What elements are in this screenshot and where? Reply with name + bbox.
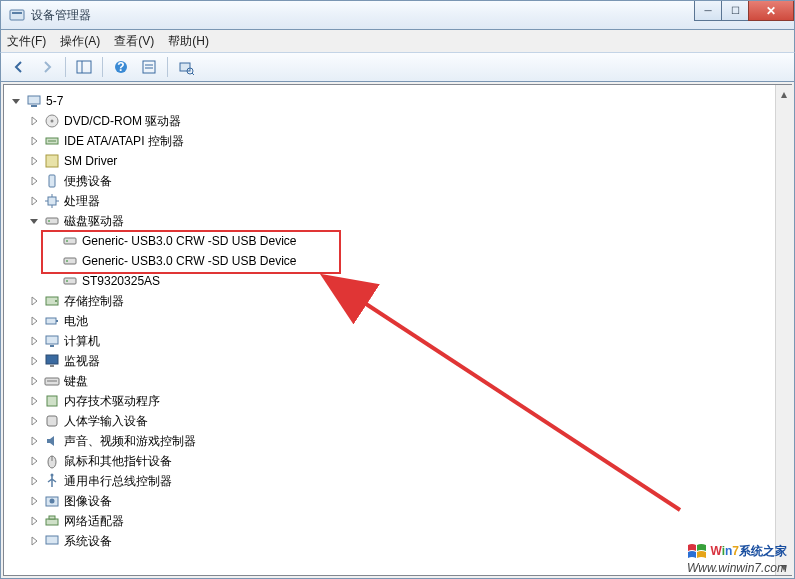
tree-node-label: 声音、视频和游戏控制器 <box>64 433 196 450</box>
svg-point-34 <box>55 300 57 302</box>
properties-button[interactable] <box>137 55 161 79</box>
expand-icon[interactable] <box>28 195 40 207</box>
tree-node-label: IDE ATA/ATAPI 控制器 <box>64 133 184 150</box>
tree-node-label: 鼠标和其他指针设备 <box>64 453 172 470</box>
window-title: 设备管理器 <box>31 7 91 24</box>
collapse-icon[interactable] <box>28 215 40 227</box>
tree-node-hid[interactable]: 人体学输入设备 <box>26 411 791 431</box>
expand-icon[interactable] <box>28 135 40 147</box>
tree-node-system[interactable]: 系统设备 <box>26 531 791 551</box>
disk-icon <box>44 213 60 229</box>
help-button[interactable]: ? <box>109 55 133 79</box>
menu-file[interactable]: 文件(F) <box>7 33 46 50</box>
scroll-up-icon[interactable]: ▴ <box>776 85 792 102</box>
collapse-icon[interactable] <box>10 95 22 107</box>
dvd-icon <box>44 113 60 129</box>
tree-node-storage[interactable]: 存储控制器 <box>26 291 791 311</box>
expand-icon[interactable] <box>28 475 40 487</box>
vertical-scrollbar[interactable]: ▴ ▾ <box>775 85 792 575</box>
storage-icon <box>44 293 60 309</box>
tree-node-st[interactable]: ST9320325AS <box>44 271 791 291</box>
svg-rect-51 <box>49 516 55 519</box>
toolbar-separator <box>167 57 168 77</box>
expand-icon[interactable] <box>28 395 40 407</box>
expand-icon[interactable] <box>28 335 40 347</box>
tree-node-portable[interactable]: 便携设备 <box>26 171 791 191</box>
ide-icon <box>44 133 60 149</box>
window-controls: ─ ☐ ✕ <box>695 1 794 21</box>
expand-icon[interactable] <box>28 535 40 547</box>
hid-icon <box>44 413 60 429</box>
menu-view[interactable]: 查看(V) <box>114 33 154 50</box>
tree-node-cpu[interactable]: 处理器 <box>26 191 791 211</box>
tree-node-keyboard[interactable]: 键盘 <box>26 371 791 391</box>
device-tree[interactable]: 5-7DVD/CD-ROM 驱动器IDE ATA/ATAPI 控制器SM Dri… <box>3 84 792 576</box>
svg-rect-43 <box>47 396 57 406</box>
tree-node-usb2[interactable]: Generic- USB3.0 CRW -SD USB Device <box>44 251 791 271</box>
tree-node-sound[interactable]: 声音、视频和游戏控制器 <box>26 431 791 451</box>
tree-root[interactable]: 5-7 <box>8 91 791 111</box>
disk-icon <box>62 273 78 289</box>
tree-node-dvd[interactable]: DVD/CD-ROM 驱动器 <box>26 111 791 131</box>
expand-icon[interactable] <box>28 415 40 427</box>
titlebar: 设备管理器 ─ ☐ ✕ <box>0 0 795 30</box>
imaging-icon <box>44 493 60 509</box>
tree-node-usb1[interactable]: Generic- USB3.0 CRW -SD USB Device <box>44 231 791 251</box>
disk-icon <box>62 253 78 269</box>
expand-icon[interactable] <box>28 515 40 527</box>
svg-rect-37 <box>46 336 58 344</box>
tree-node-memtech[interactable]: 内存技术驱动程序 <box>26 391 791 411</box>
tree-node-battery[interactable]: 电池 <box>26 311 791 331</box>
tree-node-label: 磁盘驱动器 <box>64 213 124 230</box>
tree-node-label: 人体学输入设备 <box>64 413 148 430</box>
tree-node-computer[interactable]: 计算机 <box>26 331 791 351</box>
scan-hardware-button[interactable] <box>174 55 198 79</box>
expand-icon[interactable] <box>28 355 40 367</box>
expand-icon[interactable] <box>28 155 40 167</box>
tree-node-sm[interactable]: SM Driver <box>26 151 791 171</box>
show-hide-console-button[interactable] <box>72 55 96 79</box>
scroll-down-icon[interactable]: ▾ <box>776 558 792 575</box>
expand-icon[interactable] <box>28 495 40 507</box>
system-icon <box>44 533 60 549</box>
tree-node-network[interactable]: 网络适配器 <box>26 511 791 531</box>
network-icon <box>44 513 60 529</box>
forward-button[interactable] <box>35 55 59 79</box>
back-button[interactable] <box>7 55 31 79</box>
minimize-button[interactable]: ─ <box>694 1 722 21</box>
tree-node-monitor[interactable]: 监视器 <box>26 351 791 371</box>
toolbar-separator <box>102 57 103 77</box>
tree-node-ide[interactable]: IDE ATA/ATAPI 控制器 <box>26 131 791 151</box>
memtech-icon <box>44 393 60 409</box>
tree-root-label: 5-7 <box>46 94 63 108</box>
tree-node-disk[interactable]: 磁盘驱动器 <box>26 211 791 231</box>
menubar: 文件(F) 操作(A) 查看(V) 帮助(H) <box>0 30 795 52</box>
expand-icon[interactable] <box>28 455 40 467</box>
mouse-icon <box>44 453 60 469</box>
tree-node-imaging[interactable]: 图像设备 <box>26 491 791 511</box>
tree-node-label: 监视器 <box>64 353 100 370</box>
menu-help[interactable]: 帮助(H) <box>168 33 209 50</box>
close-button[interactable]: ✕ <box>748 1 794 21</box>
expand-icon[interactable] <box>28 435 40 447</box>
svg-rect-2 <box>77 61 91 73</box>
battery-icon <box>44 313 60 329</box>
tree-node-usb[interactable]: 通用串行总线控制器 <box>26 471 791 491</box>
tree-node-label: ST9320325AS <box>82 274 160 288</box>
svg-point-26 <box>48 220 50 222</box>
tree-node-label: Generic- USB3.0 CRW -SD USB Device <box>82 254 297 268</box>
maximize-button[interactable]: ☐ <box>721 1 749 21</box>
svg-rect-12 <box>28 96 40 104</box>
expand-icon[interactable] <box>28 375 40 387</box>
svg-rect-0 <box>10 10 24 20</box>
svg-point-30 <box>66 260 68 262</box>
expand-icon[interactable] <box>28 175 40 187</box>
menu-action[interactable]: 操作(A) <box>60 33 100 50</box>
expand-icon[interactable] <box>28 295 40 307</box>
tree-node-label: 图像设备 <box>64 493 112 510</box>
usb-icon <box>44 473 60 489</box>
expand-icon[interactable] <box>28 115 40 127</box>
tree-node-mouse[interactable]: 鼠标和其他指针设备 <box>26 451 791 471</box>
sound-icon <box>44 433 60 449</box>
expand-icon[interactable] <box>28 315 40 327</box>
